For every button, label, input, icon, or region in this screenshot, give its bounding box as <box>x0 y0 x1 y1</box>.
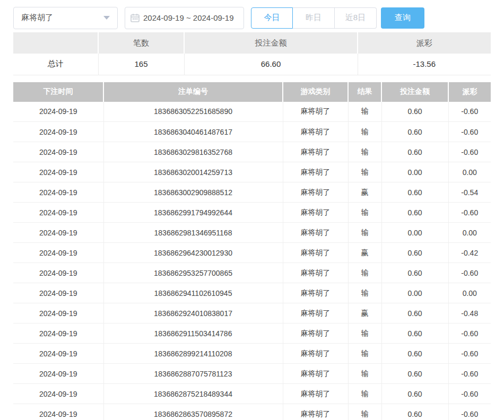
order-id-cell: 1836862924010838017 <box>103 303 283 323</box>
bet-time-cell: 2024-09-19 <box>13 263 103 283</box>
order-id-cell: 1836862863570895872 <box>103 404 283 420</box>
payout-cell: -0.48 <box>448 303 491 323</box>
filter-toolbar: 麻将胡了 2024-09-19 ~ 2024-09-19 今日 昨日 近8日 <box>0 0 504 31</box>
bet-amount-cell: 0.60 <box>381 384 448 404</box>
result-cell: 输 <box>348 162 381 182</box>
bet-amount-cell: 0.60 <box>381 303 448 323</box>
order-id-cell: 1836863052251685890 <box>103 102 283 122</box>
bet-time-cell: 2024-09-19 <box>13 283 103 303</box>
bet-amount-cell: 0.60 <box>381 102 448 122</box>
game-select[interactable]: 麻将胡了 <box>13 7 118 29</box>
calendar-icon <box>131 13 140 22</box>
bet-amount-cell: 0.00 <box>381 162 448 182</box>
payout-cell: 0.00 <box>448 283 491 303</box>
summary-header-bet-amount: 投注金额 <box>184 32 358 54</box>
game-type-cell: 麻将胡了 <box>283 263 348 283</box>
summary-total-count: 165 <box>98 54 184 75</box>
result-cell: 输 <box>348 142 381 162</box>
order-id-cell: 1836863040461487617 <box>103 122 283 142</box>
table-row: 2024-09-191836862887075781123麻将胡了输0.60-0… <box>13 364 491 384</box>
order-id-cell: 1836862964230012930 <box>103 243 283 263</box>
game-type-cell: 麻将胡了 <box>283 203 348 223</box>
bet-time-cell: 2024-09-19 <box>13 102 103 122</box>
bet-amount-cell: 0.00 <box>381 283 448 303</box>
bet-table-body: 2024-09-191836863052251685890麻将胡了输0.60-0… <box>13 102 491 420</box>
result-cell: 输 <box>348 263 381 283</box>
table-row: 2024-09-191836862911503414786麻将胡了输0.60-0… <box>13 323 491 344</box>
game-type-cell: 麻将胡了 <box>283 344 348 364</box>
summary-header-count: 笔数 <box>98 32 184 54</box>
table-row: 2024-09-191836863002909888512麻将胡了赢0.60-0… <box>13 182 491 203</box>
date-range-picker[interactable]: 2024-09-19 ~ 2024-09-19 <box>125 7 244 29</box>
bet-time-cell: 2024-09-19 <box>13 142 103 162</box>
tab-last-8-days[interactable]: 近8日 <box>335 7 377 29</box>
summary-table-header: 笔数 投注金额 派彩 <box>13 32 491 54</box>
bet-records-page: 麻将胡了 2024-09-19 ~ 2024-09-19 今日 昨日 近8日 <box>0 0 504 420</box>
summary-total-bet-amount: 66.60 <box>184 54 358 75</box>
payout-cell: -0.42 <box>448 243 491 263</box>
bet-amount-cell: 0.60 <box>381 404 448 420</box>
game-type-cell: 麻将胡了 <box>283 142 348 162</box>
order-id-cell: 1836863029816352768 <box>103 142 283 162</box>
bet-amount-cell: 0.60 <box>381 323 448 344</box>
game-type-cell: 麻将胡了 <box>283 223 348 243</box>
order-id-cell: 1836862953257700865 <box>103 263 283 283</box>
header-result: 结果 <box>348 82 381 102</box>
result-cell: 输 <box>348 404 381 420</box>
game-type-cell: 麻将胡了 <box>283 182 348 203</box>
payout-cell: -0.60 <box>448 122 491 142</box>
chevron-down-icon <box>103 16 110 20</box>
tab-yesterday[interactable]: 昨日 <box>293 7 335 29</box>
result-cell: 输 <box>348 364 381 384</box>
order-id-cell: 1836862899214110208 <box>103 344 283 364</box>
query-button[interactable]: 查询 <box>381 7 424 29</box>
result-cell: 赢 <box>348 182 381 203</box>
game-type-cell: 麻将胡了 <box>283 364 348 384</box>
bet-time-cell: 2024-09-19 <box>13 243 103 263</box>
table-row: 2024-09-191836862991794992644麻将胡了输0.60-0… <box>13 203 491 223</box>
bet-time-cell: 2024-09-19 <box>13 344 103 364</box>
bet-amount-cell: 0.60 <box>381 263 448 283</box>
payout-cell: -0.60 <box>448 364 491 384</box>
bet-time-cell: 2024-09-19 <box>13 404 103 420</box>
summary-total-row: 总计 165 66.60 -13.56 <box>13 54 491 75</box>
game-type-cell: 麻将胡了 <box>283 283 348 303</box>
payout-cell: -0.54 <box>448 182 491 203</box>
header-order-id: 注单编号 <box>103 82 283 102</box>
game-type-cell: 麻将胡了 <box>283 122 348 142</box>
result-cell: 输 <box>348 344 381 364</box>
game-type-cell: 麻将胡了 <box>283 404 348 420</box>
result-cell: 输 <box>348 323 381 344</box>
bet-time-cell: 2024-09-19 <box>13 203 103 223</box>
bet-amount-cell: 0.60 <box>381 243 448 263</box>
game-type-cell: 麻将胡了 <box>283 243 348 263</box>
result-cell: 输 <box>348 102 381 122</box>
bet-amount-cell: 0.60 <box>381 364 448 384</box>
summary-table: 笔数 投注金额 派彩 总计 165 66.60 -13.56 <box>13 32 491 75</box>
bet-amount-cell: 0.00 <box>381 223 448 243</box>
header-game-type: 游戏类别 <box>283 82 348 102</box>
date-range-value: 2024-09-19 ~ 2024-09-19 <box>143 13 234 22</box>
table-row: 2024-09-191836863029816352768麻将胡了输0.60-0… <box>13 142 491 162</box>
order-id-cell: 1836862941102610945 <box>103 283 283 303</box>
tab-today[interactable]: 今日 <box>251 7 293 29</box>
table-row: 2024-09-191836862941102610945麻将胡了输0.000.… <box>13 283 491 303</box>
game-type-cell: 麻将胡了 <box>283 384 348 404</box>
summary-header-payout: 派彩 <box>358 32 491 54</box>
summary-header-empty <box>13 32 98 54</box>
table-row: 2024-09-191836863052251685890麻将胡了输0.60-0… <box>13 102 491 122</box>
order-id-cell: 1836863002909888512 <box>103 182 283 203</box>
order-id-cell: 1836862875218489344 <box>103 384 283 404</box>
result-cell: 赢 <box>348 243 381 263</box>
result-cell: 输 <box>348 384 381 404</box>
bet-time-cell: 2024-09-19 <box>13 303 103 323</box>
bet-records-table: 下注时间 注单编号 游戏类别 结果 投注金额 派彩 2024-09-191836… <box>13 82 491 420</box>
payout-cell: -0.60 <box>448 102 491 122</box>
result-cell: 输 <box>348 223 381 243</box>
table-row: 2024-09-191836862924010838017麻将胡了赢0.60-0… <box>13 303 491 323</box>
bet-amount-cell: 0.60 <box>381 142 448 162</box>
header-bet-amount: 投注金额 <box>381 82 448 102</box>
bet-amount-cell: 0.60 <box>381 182 448 203</box>
summary-total-payout: -13.56 <box>358 54 491 75</box>
header-payout: 派彩 <box>448 82 491 102</box>
